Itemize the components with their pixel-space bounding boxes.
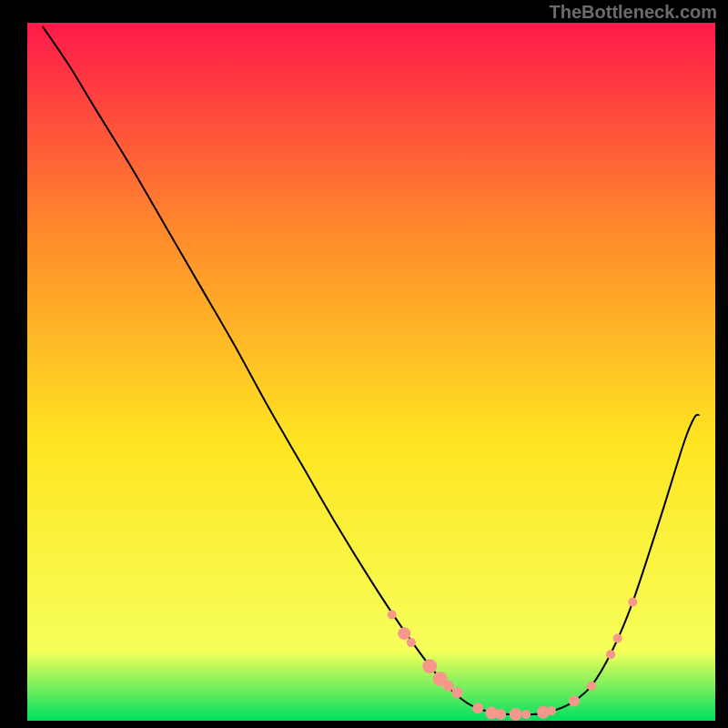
data-marker — [388, 610, 397, 619]
data-marker — [472, 703, 483, 713]
data-marker — [407, 638, 416, 647]
data-marker — [628, 598, 637, 607]
data-marker — [521, 710, 531, 719]
chart-container: TheBottleneck.com — [0, 0, 728, 728]
bottleneck-curve-chart — [0, 0, 728, 728]
data-marker — [569, 696, 580, 707]
data-marker — [443, 681, 454, 692]
data-marker — [613, 633, 622, 642]
data-marker — [495, 709, 506, 720]
data-marker — [510, 708, 522, 721]
data-marker — [398, 627, 410, 640]
data-marker — [452, 687, 463, 698]
plot-background — [27, 23, 715, 721]
data-marker — [547, 706, 556, 715]
data-marker — [606, 650, 615, 659]
data-marker — [587, 682, 596, 691]
watermark-text: TheBottleneck.com — [550, 2, 717, 23]
data-marker — [422, 659, 437, 673]
